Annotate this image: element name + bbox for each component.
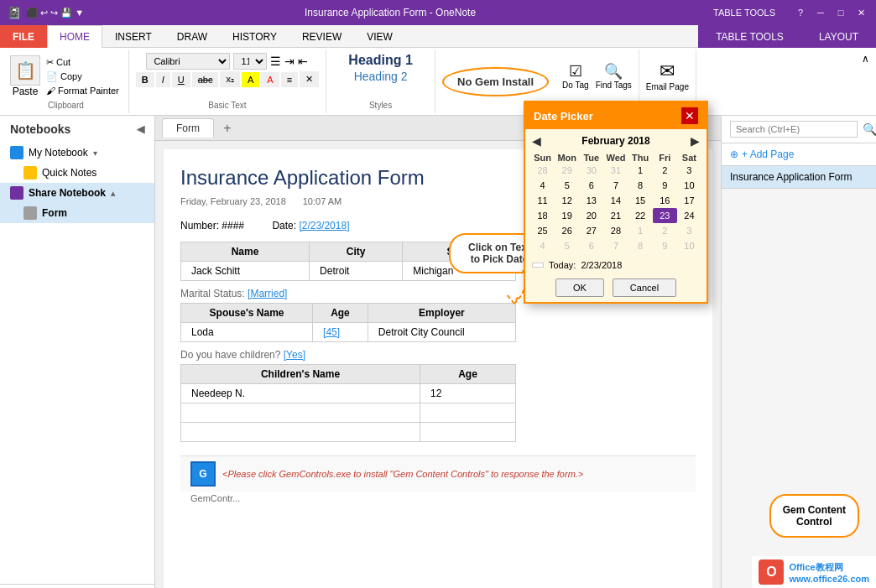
dp-cancel-btn[interactable]: Cancel — [613, 278, 676, 297]
dp-day-0-2[interactable]: 30 — [579, 163, 603, 178]
sidebar-bottom-item[interactable]: Quick Notes — [0, 584, 154, 588]
bold-button[interactable]: B — [136, 72, 154, 87]
date-value[interactable]: [2/23/2018] — [299, 220, 349, 232]
share-notebook-label: Share Notebook — [29, 187, 106, 199]
tab-home[interactable]: HOME — [47, 25, 102, 48]
dp-day-4-5[interactable]: 2 — [653, 223, 677, 238]
tab-file[interactable]: FILE — [0, 25, 47, 48]
sidebar-collapse-btn[interactable]: ◀ — [137, 123, 144, 135]
dp-day-1-3[interactable]: 7 — [603, 178, 628, 193]
tab-review[interactable]: REVIEW — [289, 25, 354, 48]
size-selector[interactable]: 11 — [233, 53, 267, 70]
tab-draw[interactable]: DRAW — [164, 25, 220, 48]
dp-day-5-0[interactable]: 4 — [530, 238, 555, 253]
minimize-btn[interactable]: ─ — [812, 4, 829, 21]
dp-day-0-6[interactable]: 3 — [677, 163, 701, 178]
tab-layout[interactable]: LAYOUT — [801, 25, 876, 48]
dp-ok-btn[interactable]: OK — [555, 278, 604, 297]
dp-day-3-2[interactable]: 20 — [579, 208, 603, 223]
dp-close-btn[interactable]: ✕ — [681, 107, 698, 124]
dp-day-1-4[interactable]: 8 — [628, 178, 653, 193]
table-tools-label: TABLE TOOLS — [696, 8, 792, 18]
dp-day-1-5[interactable]: 9 — [653, 178, 677, 193]
copy-button[interactable]: 📄 Copy — [44, 70, 122, 83]
find-tags-button[interactable]: 🔍 Find Tags — [596, 62, 632, 90]
dp-day-1-6[interactable]: 10 — [677, 178, 701, 193]
dp-day-2-5[interactable]: 16 — [653, 193, 677, 208]
dp-day-5-6[interactable]: 10 — [677, 238, 701, 253]
do-tag-button[interactable]: ☑ Do Tag — [562, 62, 589, 90]
dp-day-3-1[interactable]: 19 — [555, 208, 579, 223]
email-page-button[interactable]: ✉ Email Page — [646, 60, 689, 91]
dp-day-4-2[interactable]: 27 — [579, 223, 603, 238]
form-section-item[interactable]: Form — [0, 203, 154, 223]
tab-table-tools[interactable]: TABLE TOOLS — [698, 25, 801, 48]
dp-day-2-2[interactable]: 13 — [579, 193, 603, 208]
dp-day-3-4[interactable]: 22 — [628, 208, 653, 223]
highlight-button[interactable]: A — [242, 72, 259, 87]
form-tab[interactable]: Form — [162, 118, 214, 138]
dp-day-3-0[interactable]: 18 — [530, 208, 555, 223]
underline-button[interactable]: U — [172, 72, 190, 87]
dp-day-1-1[interactable]: 5 — [555, 178, 579, 193]
restore-btn[interactable]: □ — [832, 4, 849, 21]
dp-day-0-3[interactable]: 31 — [603, 163, 628, 178]
strikethrough-button[interactable]: abc — [192, 72, 219, 87]
tab-insert[interactable]: INSERT — [102, 25, 164, 48]
add-page-button[interactable]: ⊕ + Add Page — [722, 143, 876, 166]
dp-day-4-0[interactable]: 25 — [530, 223, 555, 238]
dp-day-2-3[interactable]: 14 — [603, 193, 628, 208]
help-btn[interactable]: ? — [792, 4, 809, 21]
align-button[interactable]: ≡ — [281, 72, 298, 87]
tab-view[interactable]: VIEW — [354, 25, 405, 48]
subscript-button[interactable]: x₂ — [220, 71, 240, 87]
dp-day-4-6[interactable]: 3 — [677, 223, 701, 238]
heading1-style[interactable]: Heading 1 — [348, 53, 412, 68]
dp-day-5-2[interactable]: 6 — [579, 238, 603, 253]
dp-day-4-3[interactable]: 28 — [603, 223, 628, 238]
new-tab-btn[interactable]: + — [217, 118, 237, 138]
share-notebook-item[interactable]: Share Notebook ▴ — [0, 183, 154, 203]
italic-button[interactable]: I — [156, 72, 170, 87]
search-icon[interactable]: 🔍 — [863, 122, 876, 136]
font-selector[interactable]: Calibri — [146, 53, 230, 70]
heading2-style[interactable]: Heading 2 — [354, 70, 408, 83]
dp-day-1-0[interactable]: 4 — [530, 178, 555, 193]
children-answer[interactable]: [Yes] — [284, 349, 305, 361]
dp-day-5-3[interactable]: 7 — [603, 238, 628, 253]
dp-day-1-2[interactable]: 6 — [579, 178, 603, 193]
close-btn[interactable]: ✕ — [853, 4, 869, 21]
dp-prev-btn[interactable]: ◀ — [532, 134, 541, 148]
marital-value[interactable]: [Married] — [248, 288, 287, 299]
dp-day-4-1[interactable]: 26 — [555, 223, 579, 238]
dp-day-3-6[interactable]: 24 — [677, 208, 701, 223]
dp-days-header: Sun Mon Tue Wed Thu Fri Sat — [525, 153, 707, 163]
search-input[interactable] — [730, 121, 858, 138]
dp-day-2-0[interactable]: 11 — [530, 193, 555, 208]
dp-day-2-6[interactable]: 17 — [677, 193, 701, 208]
dp-next-btn[interactable]: ▶ — [691, 134, 700, 148]
tab-history[interactable]: HISTORY — [220, 25, 289, 48]
dp-day-3-5[interactable]: 23 — [653, 208, 677, 223]
dp-day-5-1[interactable]: 5 — [555, 238, 579, 253]
ribbon-expand[interactable]: ∧ — [858, 49, 873, 113]
dp-day-0-4[interactable]: 1 — [628, 163, 653, 178]
dp-day-4-4[interactable]: 1 — [628, 223, 653, 238]
dp-day-3-3[interactable]: 21 — [603, 208, 628, 223]
spouse-age-value[interactable]: [45] — [323, 326, 340, 338]
my-notebook-item[interactable]: My Notebook ▾ — [0, 143, 154, 163]
format-painter-button[interactable]: 🖌 Format Painter — [44, 85, 122, 96]
quick-notes-item[interactable]: Quick Notes — [0, 163, 154, 183]
color-button[interactable]: A — [261, 72, 279, 87]
dp-day-0-0[interactable]: 28 — [530, 163, 555, 178]
clear-format-button[interactable]: ✕ — [300, 71, 319, 87]
cut-button[interactable]: ✂ Cut — [44, 56, 122, 69]
paste-button[interactable]: 📋 Paste — [10, 55, 40, 97]
dp-day-0-5[interactable]: 2 — [653, 163, 677, 178]
dp-day-2-1[interactable]: 12 — [555, 193, 579, 208]
dp-day-0-1[interactable]: 29 — [555, 163, 579, 178]
page-list-item[interactable]: Insurance Application Form — [722, 166, 876, 189]
dp-day-2-4[interactable]: 15 — [628, 193, 653, 208]
dp-day-5-5[interactable]: 9 — [653, 238, 677, 253]
dp-day-5-4[interactable]: 8 — [628, 238, 653, 253]
